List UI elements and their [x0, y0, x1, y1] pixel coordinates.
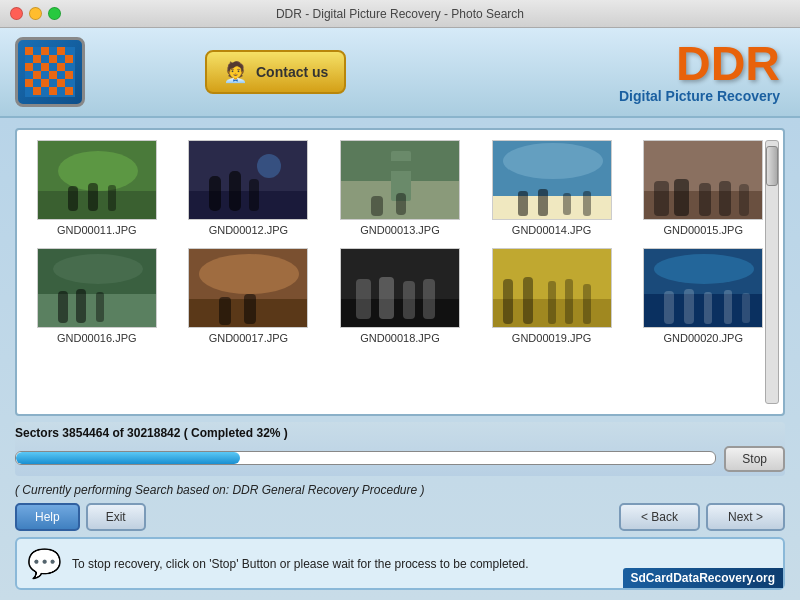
svg-rect-99	[724, 290, 732, 324]
photo-thumbnail-2	[188, 140, 308, 220]
svg-rect-73	[76, 289, 86, 323]
progress-area: Sectors 3854464 of 30218842 ( Completed …	[15, 422, 785, 476]
svg-rect-47	[229, 171, 241, 211]
back-button[interactable]: < Back	[619, 503, 700, 531]
photo-label-6: GND00016.JPG	[57, 332, 136, 344]
svg-rect-82	[356, 279, 371, 319]
svg-rect-24	[65, 71, 73, 79]
svg-rect-4	[49, 47, 57, 55]
svg-rect-14	[33, 63, 41, 71]
photo-thumbnail-3	[340, 140, 460, 220]
svg-rect-74	[96, 292, 104, 322]
svg-rect-41	[88, 183, 98, 211]
photo-item-3[interactable]: GND00013.JPG	[330, 140, 470, 236]
photo-thumbnail-8	[340, 248, 460, 328]
contact-btn-label: Contact us	[256, 64, 328, 80]
next-button[interactable]: Next >	[706, 503, 785, 531]
photo-item-10[interactable]: GND00020.JPG	[633, 248, 773, 344]
svg-rect-89	[523, 277, 533, 324]
minimize-button[interactable]	[29, 7, 42, 20]
svg-rect-52	[381, 161, 421, 171]
close-button[interactable]	[10, 7, 23, 20]
svg-rect-60	[563, 193, 571, 215]
svg-rect-18	[65, 63, 73, 71]
progress-bar-fill	[16, 452, 240, 464]
svg-rect-92	[583, 284, 591, 324]
svg-rect-58	[518, 191, 528, 216]
photo-item-6[interactable]: GND00016.JPG	[27, 248, 167, 344]
svg-rect-66	[699, 183, 711, 216]
svg-rect-8	[33, 55, 41, 63]
svg-rect-30	[65, 79, 73, 87]
svg-rect-19	[25, 71, 33, 79]
ddr-title-text: DDR	[619, 40, 780, 88]
svg-rect-56	[493, 196, 612, 220]
help-button[interactable]: Help	[15, 503, 80, 531]
svg-rect-21	[41, 71, 49, 79]
scrollbar-thumb[interactable]	[766, 146, 778, 186]
svg-rect-13	[25, 63, 33, 71]
svg-rect-25	[25, 79, 33, 87]
photo-label-5: GND00015.JPG	[663, 224, 742, 236]
svg-rect-2	[33, 47, 41, 55]
svg-rect-78	[219, 297, 231, 325]
svg-rect-33	[41, 87, 49, 95]
svg-rect-23	[57, 71, 65, 79]
svg-rect-100	[742, 293, 750, 323]
svg-rect-5	[57, 47, 65, 55]
photo-grid: GND00011.JPG GND00012.JPG GND00013.JPG G…	[27, 140, 773, 344]
svg-rect-68	[739, 184, 749, 216]
photo-thumbnail-9	[492, 248, 612, 328]
exit-button[interactable]: Exit	[86, 503, 146, 531]
progress-bar-bg	[15, 451, 716, 465]
contact-icon: 🧑‍💼	[223, 60, 248, 84]
svg-rect-85	[423, 279, 435, 319]
svg-rect-61	[583, 191, 591, 216]
stop-button[interactable]: Stop	[724, 446, 785, 472]
titlebar-text: DDR - Digital Picture Recovery - Photo S…	[276, 7, 524, 21]
maximize-button[interactable]	[48, 7, 61, 20]
svg-rect-91	[565, 279, 573, 324]
photo-thumbnail-5	[643, 140, 763, 220]
contact-us-button[interactable]: 🧑‍💼 Contact us	[205, 50, 346, 94]
svg-point-57	[503, 143, 603, 179]
svg-rect-97	[684, 289, 694, 324]
photo-item-9[interactable]: GND00019.JPG	[482, 248, 622, 344]
svg-rect-34	[49, 87, 57, 95]
svg-rect-28	[49, 79, 57, 87]
svg-rect-32	[33, 87, 41, 95]
svg-rect-79	[244, 294, 256, 324]
photo-item-2[interactable]: GND00012.JPG	[179, 140, 319, 236]
svg-rect-59	[538, 189, 548, 216]
svg-rect-29	[57, 79, 65, 87]
progress-text: Sectors 3854464 of 30218842 ( Completed …	[15, 426, 288, 440]
photo-item-8[interactable]: GND00018.JPG	[330, 248, 470, 344]
info-box: 💬 To stop recovery, click on 'Stop' Butt…	[15, 537, 785, 590]
photo-thumbnail-4	[492, 140, 612, 220]
watermark: SdCardDataRecovery.org	[623, 568, 784, 588]
photo-thumbnail-6	[37, 248, 157, 328]
search-info-text: ( Currently performing Search based on: …	[15, 483, 425, 497]
photo-label-2: GND00012.JPG	[209, 224, 288, 236]
scrollbar[interactable]	[765, 140, 779, 404]
svg-rect-27	[41, 79, 49, 87]
svg-rect-7	[25, 55, 33, 63]
photo-item-4[interactable]: GND00014.JPG	[482, 140, 622, 236]
svg-point-77	[199, 254, 299, 294]
window-controls	[10, 7, 61, 20]
logo-checkerboard-icon	[25, 47, 75, 97]
info-text: To stop recovery, click on 'Stop' Button…	[72, 557, 529, 571]
photo-label-1: GND00011.JPG	[57, 224, 136, 236]
svg-rect-83	[379, 277, 394, 319]
svg-point-45	[257, 154, 281, 178]
info-icon: 💬	[27, 547, 62, 580]
svg-rect-54	[396, 193, 406, 215]
photo-item-1[interactable]: GND00011.JPG	[27, 140, 167, 236]
titlebar: DDR - Digital Picture Recovery - Photo S…	[0, 0, 800, 28]
photo-thumbnail-7	[188, 248, 308, 328]
photo-item-5[interactable]: GND00015.JPG	[633, 140, 773, 236]
ddr-logo: DDR Digital Picture Recovery	[619, 40, 780, 104]
svg-rect-36	[65, 87, 73, 95]
photo-label-3: GND00013.JPG	[360, 224, 439, 236]
photo-item-7[interactable]: GND00017.JPG	[179, 248, 319, 344]
